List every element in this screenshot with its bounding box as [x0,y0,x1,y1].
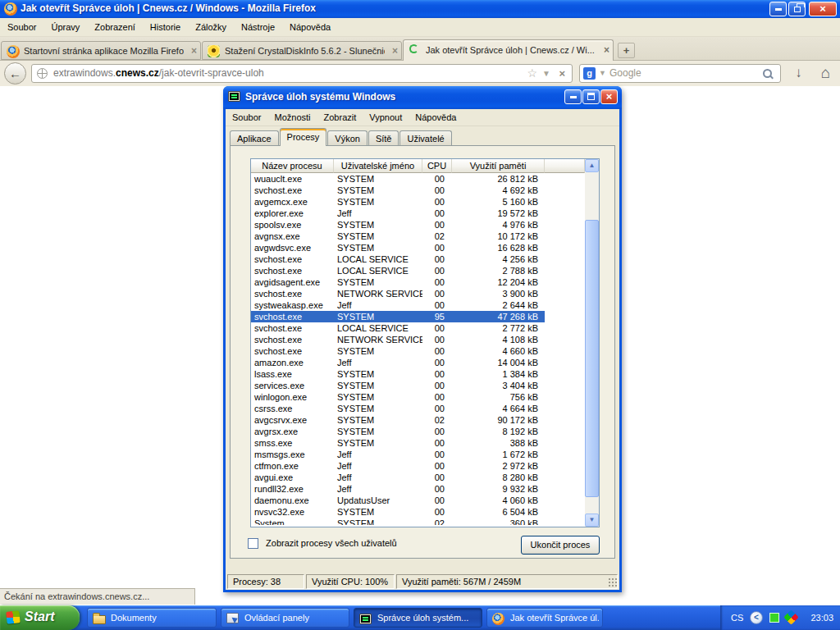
column-header-vyuziti-pameti[interactable]: Využití paměti [452,159,545,173]
search-input[interactable]: ▼ Google [579,64,781,83]
process-row[interactable]: svchost.exeLOCAL SERVICE002 788 kB [251,265,585,276]
taskbar-button-spravce-uloh-system[interactable]: Správce úloh systém... [354,608,482,628]
tab-stazeni-crystaldis[interactable]: Stažení CrystalDiskInfo 5.6.2 - Slunečni… [202,41,402,60]
menu-item-napoveda[interactable]: Nápověda [282,18,338,36]
url-dropdown-icon[interactable]: ▼ [542,65,550,82]
process-row[interactable]: avgidsagent.exeSYSTEM0012 204 kB [251,276,585,288]
google-logo-icon[interactable] [583,67,596,80]
new-tab-button[interactable]: + [618,43,635,58]
process-row[interactable]: msmsgs.exeJeff001 672 kB [251,449,585,460]
bookmark-star-icon[interactable]: ☆ [527,65,537,82]
tab-startovni-stranka[interactable]: Startovní stránka aplikace Mozilla Firef… [1,41,201,60]
process-row[interactable]: rundll32.exeJeff009 932 kB [251,483,585,495]
show-all-users-checkbox[interactable] [248,538,258,549]
process-row[interactable]: svchost.exeSYSTEM9547 268 kB [251,311,585,322]
taskbar-button-ovladaci-panely[interactable]: Ovládací panely [221,608,349,628]
process-row[interactable]: daemonu.exeUpdatusUser004 060 kB [251,495,585,506]
process-row[interactable]: csrss.exeSYSTEM004 664 kB [251,403,585,414]
process-row[interactable]: spoolsv.exeSYSTEM004 976 kB [251,219,585,231]
resize-grip[interactable] [608,578,618,587]
tm-menu-item-vypnout[interactable]: Vypnout [363,109,409,126]
tm-maximize-button[interactable] [582,89,600,104]
scrollbar-thumb[interactable] [585,220,599,497]
menu-item-nastroje[interactable]: Nástroje [234,18,282,36]
search-icon[interactable] [762,68,774,80]
process-row[interactable]: amazon.exeJeff0014 004 kB [251,357,585,368]
process-row[interactable]: avgnsx.exeSYSTEM0210 172 kB [251,231,585,242]
menu-item-upravy[interactable]: Úpravy [43,18,87,36]
tray-avg-icon[interactable] [783,609,798,624]
menu-item-zalozky[interactable]: Záložky [188,18,234,36]
process-row[interactable]: avgrsx.exeSYSTEM008 192 kB [251,426,585,437]
language-indicator[interactable]: CS [731,605,743,630]
back-button[interactable]: ← [4,62,26,84]
firefox-close-button[interactable]: × [809,2,837,16]
tm-close-button[interactable]: × [600,89,618,104]
url-bar[interactable]: extrawindows.cnews.cz/jak-otevrit-spravc… [31,64,573,83]
process-row[interactable]: winlogon.exeSYSTEM00756 kB [251,391,585,403]
process-name-cell: explorer.exe [251,208,334,219]
taskbar-button-jak-otevrit-spravce-ul[interactable]: Jak otevřít Správce úl... [486,608,603,628]
tm-menu-item-zobrazit[interactable]: Zobrazit [317,109,363,126]
tab-procesy[interactable]: Procesy [280,128,327,146]
downloads-button[interactable]: ↓ [788,63,810,83]
menu-item-historie[interactable]: Historie [143,18,188,36]
home-button[interactable]: ⌂ [815,63,837,83]
process-row[interactable]: svchost.exeLOCAL SERVICE004 256 kB [251,253,585,265]
process-row[interactable]: wuauclt.exeSYSTEM0026 812 kB [251,173,585,185]
tm-menu-item-soubor[interactable]: Soubor [226,109,267,126]
scroll-down-icon[interactable]: ▼ [585,514,599,527]
process-row[interactable]: lsass.exeSYSTEM001 384 kB [251,368,585,380]
tm-menu-item-moznosti[interactable]: Možnosti [267,109,317,126]
tm-minimize-button[interactable] [564,89,582,104]
column-header-nazev-procesu[interactable]: Název procesu [251,159,334,173]
process-row[interactable]: services.exeSYSTEM003 404 kB [251,380,585,391]
tray-green-square-icon[interactable] [769,613,779,623]
process-row[interactable]: nvsvc32.exeSYSTEM006 504 kB [251,506,585,518]
process-memory-cell: 360 kB [452,518,545,525]
menu-item-soubor[interactable]: Soubor [0,18,43,36]
tab-close-icon[interactable]: × [392,42,398,60]
process-row[interactable]: svchost.exeLOCAL SERVICE002 772 kB [251,322,585,334]
process-row[interactable]: avgemcx.exeSYSTEM005 160 kB [251,196,585,208]
process-row[interactable]: SystemSYSTEM02360 kB [251,518,585,525]
taskbar-button-dokumenty[interactable]: Dokumenty [87,608,217,628]
process-row[interactable]: svchost.exeSYSTEM004 692 kB [251,185,585,196]
process-row[interactable]: svchost.exeNETWORK SERVICE003 900 kB [251,288,585,299]
process-row[interactable]: svchost.exeNETWORK SERVICE004 108 kB [251,334,585,345]
tab-uzivatele[interactable]: Uživatelé [399,130,451,146]
firefox-restore-button[interactable] [788,2,806,16]
process-row[interactable]: avgui.exeJeff008 280 kB [251,472,585,483]
stop-icon[interactable]: × [559,65,565,82]
process-row[interactable]: svchost.exeSYSTEM004 660 kB [251,345,585,357]
tab-site[interactable]: Sítě [368,130,399,146]
process-row[interactable]: systweakasp.exeJeff002 644 kB [251,299,585,311]
tab-aplikace[interactable]: Aplikace [230,130,279,146]
process-name-cell: daemonu.exe [251,495,334,506]
tab-jak-otevrit-spravc[interactable]: Jak otevřít Správce úloh | Cnews.cz / Wi… [403,39,614,61]
column-header-spacer[interactable] [545,159,585,173]
tab-vykon[interactable]: Výkon [327,130,368,146]
process-list-scrollbar[interactable]: ▲ ▼ [585,159,599,527]
tab-close-icon[interactable]: × [604,40,609,61]
task-manager-titlebar[interactable]: Správce úloh systému Windows × [223,86,622,109]
taskbar-button-label: Správce úloh systém... [377,609,478,627]
process-list[interactable]: Název procesuUživatelské jménoCPUVyužití… [250,158,600,527]
process-row[interactable]: avgcsrvx.exeSYSTEM0290 172 kB [251,414,585,426]
hide-icons-chevron-icon[interactable] [750,611,763,624]
process-memory-cell: 1 384 kB [452,368,545,380]
column-header-uzivatelske-jmeno[interactable]: Uživatelské jméno [334,159,422,173]
tm-menu-item-napoveda[interactable]: Nápověda [409,109,463,126]
process-row[interactable]: ctfmon.exeJeff002 972 kB [251,460,585,472]
menu-item-zobrazeni[interactable]: Zobrazení [87,18,143,36]
end-process-button[interactable]: Ukončit proces [521,536,600,555]
process-row[interactable]: explorer.exeJeff0019 572 kB [251,208,585,219]
firefox-minimize-button[interactable] [769,2,787,16]
scroll-up-icon[interactable]: ▲ [585,159,599,172]
tab-close-icon[interactable]: × [191,42,197,60]
column-header-cpu[interactable]: CPU [422,159,452,173]
search-engine-dropdown-icon[interactable]: ▼ [599,65,606,82]
process-row[interactable]: smss.exeSYSTEM00388 kB [251,437,585,449]
process-row[interactable]: avgwdsvc.exeSYSTEM0016 628 kB [251,242,585,253]
start-button[interactable]: Start [0,605,80,630]
